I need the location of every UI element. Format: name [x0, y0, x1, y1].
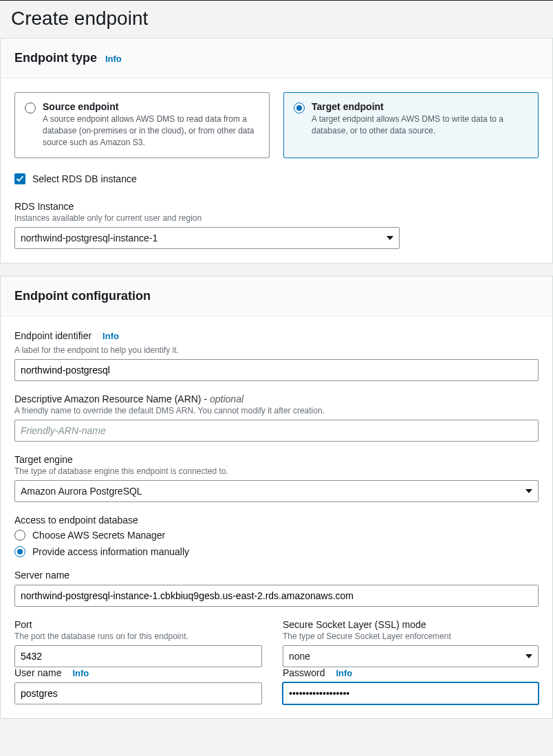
username-input[interactable] [14, 682, 262, 704]
password-label: Password [283, 667, 325, 678]
password-input[interactable] [283, 682, 539, 704]
chevron-down-icon [525, 654, 532, 658]
source-endpoint-desc: A source endpoint allows AWS DMS to read… [43, 114, 259, 148]
rds-instance-value: northwind-postgresql-instance-1 [21, 233, 158, 244]
arn-hint: A friendly name to override the default … [14, 406, 539, 415]
target-engine-value: Amazon Aurora PostgreSQL [21, 486, 142, 497]
rds-instance-select[interactable]: northwind-postgresql-instance-1 [14, 227, 400, 249]
port-label: Port [14, 619, 262, 630]
chevron-down-icon [387, 236, 393, 240]
radio-icon [25, 102, 36, 114]
server-name-input[interactable] [14, 585, 539, 607]
arn-label: Descriptive Amazon Resource Name (ARN) -… [14, 393, 539, 404]
ssl-mode-hint: The type of Secure Socket Layer enforcem… [283, 631, 539, 641]
username-label: User name [14, 667, 61, 678]
page-title: Create endpoint [0, 0, 553, 38]
endpoint-type-panel: Endpoint type Info Source endpoint A sou… [0, 38, 553, 263]
panel-header: Endpoint type Info [1, 39, 552, 78]
access-label: Access to endpoint database [14, 515, 539, 526]
rds-instance-hint: Instances available only for current use… [14, 213, 539, 223]
rds-instance-label: RDS Instance [14, 201, 539, 212]
target-endpoint-card[interactable]: Target endpoint A target endpoint allows… [283, 92, 539, 158]
panel-header: Endpoint configuration [1, 277, 552, 316]
access-manual-label: Provide access information manually [32, 546, 189, 557]
ssl-mode-label: Secure Socket Layer (SSL) mode [283, 619, 539, 630]
access-secrets-label: Choose AWS Secrets Manager [32, 530, 165, 541]
endpoint-identifier-hint: A label for the endpoint to help you ide… [14, 345, 539, 355]
port-hint: The port the database runs on for this e… [14, 631, 262, 641]
port-input[interactable] [14, 645, 262, 667]
source-endpoint-title: Source endpoint [43, 101, 259, 112]
target-engine-label: Target engine [14, 454, 539, 465]
server-name-label: Server name [14, 570, 539, 581]
endpoint-identifier-info-link[interactable]: Info [102, 331, 119, 341]
select-rds-checkbox[interactable] [14, 173, 25, 184]
select-rds-label: Select RDS DB instance [32, 173, 137, 184]
checkmark-icon [16, 175, 24, 183]
target-engine-hint: The type of database engine this endpoin… [14, 466, 539, 476]
radio-icon [14, 530, 25, 541]
target-endpoint-desc: A target endpoint allows AWS DMS to writ… [312, 114, 528, 137]
password-info-link[interactable]: Info [336, 668, 352, 678]
endpoint-config-heading: Endpoint configuration [14, 289, 151, 303]
access-manual-radio[interactable]: Provide access information manually [14, 546, 539, 557]
radio-icon [294, 102, 305, 114]
endpoint-identifier-label: Endpoint identifier [14, 330, 91, 341]
endpoint-type-heading: Endpoint type [14, 51, 97, 65]
radio-icon [14, 546, 25, 557]
endpoint-identifier-input[interactable] [14, 359, 539, 381]
chevron-down-icon [525, 489, 532, 493]
access-secrets-radio[interactable]: Choose AWS Secrets Manager [14, 530, 539, 541]
source-endpoint-card[interactable]: Source endpoint A source endpoint allows… [14, 92, 270, 158]
target-endpoint-title: Target endpoint [312, 101, 528, 112]
target-engine-select[interactable]: Amazon Aurora PostgreSQL [14, 480, 539, 502]
endpoint-config-panel: Endpoint configuration Endpoint identifi… [0, 276, 553, 719]
ssl-mode-value: none [289, 651, 310, 662]
arn-input[interactable] [14, 420, 539, 442]
username-info-link[interactable]: Info [72, 668, 89, 678]
ssl-mode-select[interactable]: none [283, 645, 539, 667]
endpoint-type-info-link[interactable]: Info [105, 54, 122, 64]
